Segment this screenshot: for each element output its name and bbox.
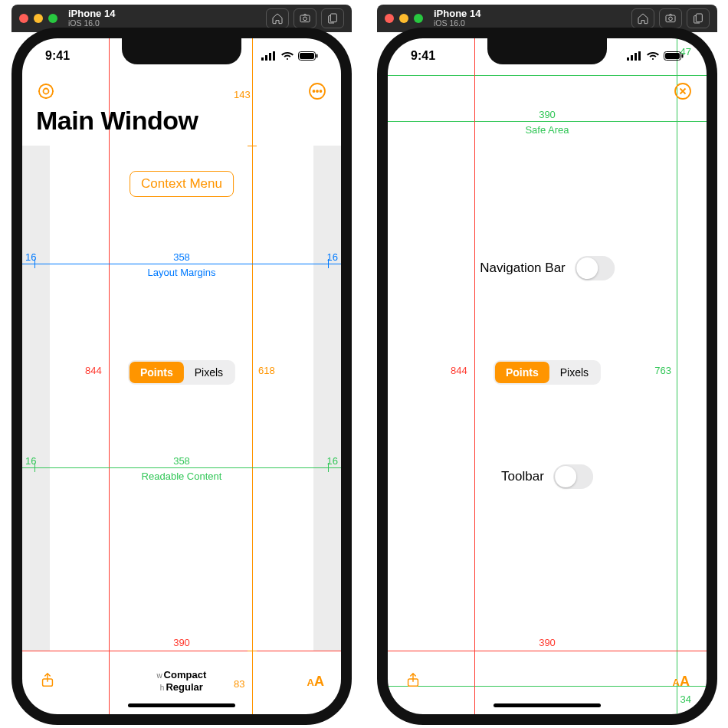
home-indicator[interactable] [128, 703, 235, 707]
iphone-frame-left: 9:41 Main Window Context Menu 844 390 [11, 28, 352, 725]
home-indicator[interactable] [494, 703, 601, 707]
svg-rect-20 [627, 57, 629, 61]
full-width-value: 390 [173, 637, 190, 648]
status-time: 9:41 [411, 49, 435, 63]
svg-rect-25 [665, 53, 680, 59]
external-display-button[interactable] [321, 8, 344, 28]
page-title: Main Window [36, 106, 198, 136]
wifi-icon [280, 51, 294, 61]
text-size-icon[interactable]: AA [307, 674, 324, 690]
more-ellipsis-icon[interactable] [306, 80, 329, 103]
home-button[interactable] [631, 8, 654, 28]
svg-rect-22 [635, 53, 637, 61]
svg-rect-21 [631, 55, 633, 61]
toolbar-toggle-row: Toolbar [501, 464, 593, 489]
svg-point-13 [313, 90, 315, 92]
orange-tick-top [248, 146, 257, 146]
battery-icon [298, 51, 318, 61]
close-x-icon[interactable] [671, 80, 694, 103]
bottom-toolbar-r: AA [388, 661, 707, 702]
share-icon[interactable] [39, 671, 56, 691]
layout-margins-line [22, 264, 341, 264]
safe-width-line [388, 121, 707, 122]
share-icon[interactable] [405, 671, 421, 691]
svg-rect-6 [273, 51, 275, 61]
full-height-value-r: 844 [451, 365, 467, 376]
svg-rect-26 [682, 54, 684, 58]
svg-rect-4 [265, 55, 267, 61]
margin-strip-left [22, 146, 50, 651]
settings-gear-icon[interactable] [34, 80, 57, 103]
window-traffic-lights[interactable] [385, 14, 423, 23]
safe-height-value: 763 [654, 365, 671, 376]
unit-segmented-control-r[interactable]: Points Pixels [494, 360, 601, 385]
layout-margins-right: 16 [327, 251, 338, 263]
battery-icon [664, 51, 684, 61]
close-window-dot[interactable] [19, 14, 28, 23]
simulator-device-name: iPhone 14 [68, 8, 115, 19]
external-display-button[interactable] [687, 8, 710, 28]
full-width-line [22, 651, 341, 651]
full-height-line-r [474, 38, 475, 714]
orange-tick-bottom [248, 651, 257, 651]
status-time: 9:41 [45, 49, 70, 63]
layout-margins-width: 358 [173, 251, 190, 263]
unit-segmented-control[interactable]: Points Pixels [128, 360, 235, 385]
size-class-w: Compact [164, 669, 207, 680]
svg-point-14 [316, 90, 318, 92]
full-height-value: 844 [85, 365, 102, 376]
safe-area-label: Safe Area [525, 124, 569, 136]
svg-rect-5 [269, 53, 271, 61]
simulator-device-name: iPhone 14 [434, 8, 480, 19]
iphone-screen-right: 9:41 47 34 390 Safe Area 763 844 390 Nav… [388, 38, 707, 714]
svg-rect-23 [638, 51, 641, 61]
nav-bar [22, 77, 341, 109]
close-window-dot[interactable] [385, 14, 394, 23]
text-size-icon[interactable]: AA [673, 674, 690, 690]
readable-width: 358 [173, 455, 190, 467]
svg-point-11 [44, 89, 49, 94]
full-width-line-r [388, 651, 707, 651]
window-traffic-lights[interactable] [19, 14, 57, 23]
svg-rect-2 [330, 14, 336, 22]
readable-left: 16 [25, 455, 36, 467]
layout-margins-left: 16 [25, 251, 36, 263]
screenshot-button[interactable] [659, 8, 682, 28]
segment-pixels-r[interactable]: Pixels [549, 362, 599, 383]
home-button[interactable] [266, 8, 289, 28]
nav-bar-toggle[interactable] [575, 256, 615, 280]
readable-right: 16 [327, 455, 338, 467]
margin-strip-right [313, 146, 341, 651]
readable-line [22, 467, 341, 468]
safe-height-line [677, 38, 677, 714]
svg-rect-17 [666, 15, 675, 22]
svg-rect-3 [261, 57, 264, 61]
bottom-toolbar: wCompact hRegular AA [22, 661, 341, 702]
svg-rect-19 [696, 14, 702, 22]
toolbar-toggle-label: Toolbar [501, 469, 544, 484]
svg-rect-9 [316, 54, 318, 58]
nav-bar-toggle-row: Navigation Bar [480, 256, 615, 280]
size-class-label: wCompact hRegular [156, 669, 206, 694]
content-height-line [252, 38, 253, 714]
zoom-window-dot[interactable] [48, 14, 57, 23]
layout-margins-label: Layout Margins [148, 267, 216, 278]
segment-points[interactable]: Points [130, 362, 184, 383]
segment-points-r[interactable]: Points [495, 362, 549, 383]
toolbar-toggle[interactable] [553, 464, 593, 489]
size-class-h: Regular [166, 681, 202, 693]
svg-point-10 [39, 84, 53, 98]
zoom-window-dot[interactable] [414, 14, 423, 23]
minimize-window-dot[interactable] [399, 14, 408, 23]
safe-top-line [388, 75, 707, 76]
notch [487, 38, 607, 64]
segment-pixels[interactable]: Pixels [184, 362, 234, 383]
screenshot-button[interactable] [293, 8, 316, 28]
context-menu-button[interactable]: Context Menu [130, 171, 234, 197]
readable-label: Readable Content [142, 471, 222, 482]
svg-point-1 [303, 17, 307, 21]
minimize-window-dot[interactable] [34, 14, 43, 23]
wifi-icon [646, 51, 660, 61]
cellular-icon [261, 51, 277, 61]
svg-point-18 [669, 17, 673, 21]
